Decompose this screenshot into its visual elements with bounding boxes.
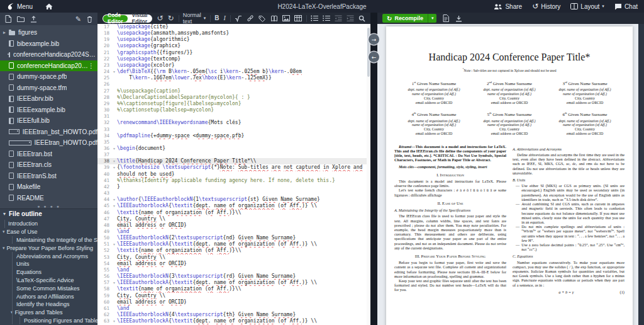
file-item[interactable]: IEEEabrv.bib bbox=[0, 93, 97, 105]
fold-marker[interactable]: ▾ bbox=[111, 241, 117, 248]
code-editor-toggle[interactable]: Code Editor bbox=[103, 15, 128, 22]
new-folder-button[interactable] bbox=[17, 16, 25, 22]
file-item[interactable]: conferenceHandicap2024Sample.pdf bbox=[0, 49, 97, 60]
code-line[interactable]: 28%\DeclareCaptionLabelSeparator{mycolon… bbox=[97, 94, 370, 101]
menu-button[interactable]: Menu bbox=[6, 3, 33, 11]
code-line[interactable]: 35 bbox=[97, 139, 370, 145]
insert-link-button[interactable] bbox=[247, 14, 254, 22]
code-line[interactable]: 26 bbox=[97, 81, 370, 88]
search-button[interactable] bbox=[358, 15, 365, 22]
code-line[interactable]: 58\textit{name of organization (of Aff.)… bbox=[97, 286, 370, 292]
code-line[interactable]: 19\usepackage{algorithmic} bbox=[97, 37, 370, 43]
fold-marker[interactable]: ▾ bbox=[111, 158, 117, 164]
file-outline-header[interactable]: ▾ File outline bbox=[0, 208, 97, 219]
code-line[interactable]: 50\IEEEauthorblockN{2\textsuperscript{nd… bbox=[97, 235, 370, 241]
outline-item[interactable]: Introduction bbox=[0, 220, 97, 228]
outline-item[interactable]: Some Common Mistakes bbox=[0, 284, 97, 292]
chat-button[interactable]: Chat bbox=[614, 3, 638, 10]
pane-divider[interactable]: → ← bbox=[370, 13, 377, 325]
file-item[interactable]: IEEEtran_HOWTO.pdf bbox=[0, 137, 97, 149]
history-button[interactable]: ↺ History bbox=[532, 2, 560, 11]
code-line[interactable]: 37 bbox=[97, 152, 370, 158]
outline-item[interactable]: Abbreviations and Acronyms bbox=[0, 252, 97, 260]
pdf-scrollbar[interactable] bbox=[638, 24, 644, 325]
compile-log-button[interactable] bbox=[443, 14, 449, 22]
code-line[interactable]: 59City, Country \\ bbox=[97, 293, 370, 299]
outline-item[interactable]: ▾Ease of Use bbox=[0, 228, 97, 236]
bullet-list-button[interactable] bbox=[311, 15, 318, 21]
share-button[interactable]: Share bbox=[494, 3, 522, 10]
rename-button[interactable]: ✎ bbox=[75, 15, 81, 23]
code-line[interactable]: 39▾{\footnotesize \textsuperscript{*}Not… bbox=[97, 164, 370, 171]
outline-item[interactable]: Positioning Figures and Tables bbox=[0, 317, 97, 325]
file-item[interactable]: IEEEtranS.bst bbox=[0, 171, 97, 182]
delete-button[interactable] bbox=[87, 16, 92, 23]
fold-marker[interactable]: ▾ bbox=[111, 280, 117, 286]
recompile-button[interactable]: ↻ Recompile bbox=[382, 14, 428, 23]
outline-item[interactable]: Authors and Affiliations bbox=[0, 292, 97, 300]
insert-cross-reference-button[interactable] bbox=[258, 15, 266, 22]
code-line[interactable]: 40should not be used} bbox=[97, 171, 370, 178]
undo-button[interactable]: ↺ bbox=[157, 14, 163, 22]
code-line[interactable]: 34\pdfmapline{+dummy-space <dummy-space.… bbox=[97, 133, 370, 139]
code-line[interactable]: 31 bbox=[97, 113, 370, 120]
recompile-options-button[interactable]: ▾ bbox=[428, 14, 437, 23]
code-line[interactable]: 29%%\captionsetup[figure]{labelsep=mycol… bbox=[97, 101, 370, 107]
code-line[interactable]: 51▾\IEEEauthorblockA{\textit{dept. name … bbox=[97, 241, 370, 248]
code-line[interactable]: 60email address or ORCID} bbox=[97, 299, 370, 305]
file-item[interactable]: ▸figures bbox=[0, 27, 97, 38]
kebab-menu-icon[interactable]: ⋮ bbox=[88, 62, 97, 69]
outline-item[interactable]: \LaTeX-Specific Advice bbox=[0, 277, 97, 285]
code-line[interactable]: 57▾\IEEEauthorblockA{\textit{dept. name … bbox=[97, 280, 370, 286]
file-item[interactable]: bibexample.bib bbox=[0, 38, 97, 50]
code-line[interactable]: 63▾\IEEEauthorblockA{\textit{dept. name … bbox=[97, 318, 370, 324]
redo-button[interactable]: ↻ bbox=[168, 14, 174, 22]
code-line[interactable]: 17\usepackage{cite} bbox=[97, 24, 370, 30]
outline-item[interactable]: ▾Prepare Your Paper Before Styling bbox=[0, 244, 97, 252]
upload-button[interactable] bbox=[30, 16, 37, 23]
paragraph-format-dropdown[interactable]: Normal text ▾ bbox=[183, 12, 206, 25]
outline-item[interactable]: Units bbox=[0, 260, 97, 268]
code-line[interactable]: 45▾\IEEEauthorblockA{\textit{dept. name … bbox=[97, 203, 370, 209]
outline-item[interactable]: ▾Figures and Tables bbox=[0, 309, 97, 317]
code-line[interactable]: 25 T\kern-.1667em\lower.7ex\hbox{E}\kern… bbox=[97, 75, 370, 81]
code-line[interactable]: 36▾\begin{document} bbox=[97, 145, 370, 152]
code-line[interactable]: 22\usepackage{textcomp} bbox=[97, 56, 370, 62]
fold-marker[interactable]: ▾ bbox=[111, 69, 117, 75]
code-line[interactable]: 32\renewcommand\IEEEkeywordsname{Mots cl… bbox=[97, 120, 370, 126]
code-line[interactable]: 18\usepackage{amsmath,amssymb,amsfonts} bbox=[97, 30, 370, 37]
code-line[interactable]: 20\usepackage{graphicx} bbox=[97, 43, 370, 49]
code-line[interactable]: 53City, Country \\ bbox=[97, 254, 370, 261]
code-editor[interactable]: 17\usepackage{cite}18\usepackage{amsmath… bbox=[97, 24, 370, 325]
code-line[interactable]: 24▾\def\BibTeX{{\rm B\kern-.05em{\sc i\k… bbox=[97, 69, 370, 75]
code-line[interactable]: 30%\captionsetup{labelsep=mycolon} bbox=[97, 107, 370, 113]
code-line[interactable]: 27%\usepackage{caption} bbox=[97, 88, 370, 94]
code-line[interactable]: 54email address or ORCID} bbox=[97, 261, 370, 267]
code-line[interactable]: 55\and bbox=[97, 267, 370, 273]
code-line[interactable]: 41%\thanks{Identify applicable funding a… bbox=[97, 178, 370, 184]
bold-button[interactable]: B bbox=[214, 15, 219, 21]
file-item[interactable]: IEEEfull.bib bbox=[0, 115, 97, 127]
file-item[interactable]: IEEEtran.cls bbox=[0, 159, 97, 171]
file-item[interactable]: conferenceHandicap2024Sam...⋮ bbox=[0, 60, 97, 72]
code-line[interactable]: 52\textit{name of organization (of Aff.)… bbox=[97, 248, 370, 254]
file-item[interactable]: README bbox=[0, 193, 97, 204]
insert-citation-button[interactable] bbox=[270, 15, 278, 22]
code-line[interactable]: 38▾\title{Handicap 2024 Conference Paper… bbox=[97, 158, 370, 164]
file-item[interactable]: IEEEexample.bib bbox=[0, 105, 97, 116]
expand-pdf-button[interactable]: ← bbox=[369, 52, 379, 62]
outline-item[interactable]: Identify the Headings bbox=[0, 300, 97, 309]
numbered-list-button[interactable] bbox=[323, 15, 330, 21]
code-line[interactable]: 42} bbox=[97, 184, 370, 190]
download-pdf-button[interactable] bbox=[455, 15, 462, 22]
visual-editor-toggle[interactable]: Visual Editor bbox=[128, 15, 152, 22]
fold-marker[interactable]: ▾ bbox=[111, 318, 117, 324]
increase-indent-button[interactable] bbox=[347, 15, 354, 21]
file-item[interactable]: Makefile bbox=[0, 181, 97, 193]
code-line[interactable]: 44▾\author{\IEEEauthorblockN{1\textsuper… bbox=[97, 197, 370, 203]
outline-item[interactable]: Maintaining the Integrity of the Spe... bbox=[0, 236, 97, 244]
code-line[interactable]: 49\and bbox=[97, 229, 370, 235]
insert-table-button[interactable] bbox=[294, 15, 302, 21]
file-item[interactable]: IEEEtran.bst bbox=[0, 149, 97, 160]
file-item[interactable]: dummy-space.tfm bbox=[0, 83, 97, 94]
